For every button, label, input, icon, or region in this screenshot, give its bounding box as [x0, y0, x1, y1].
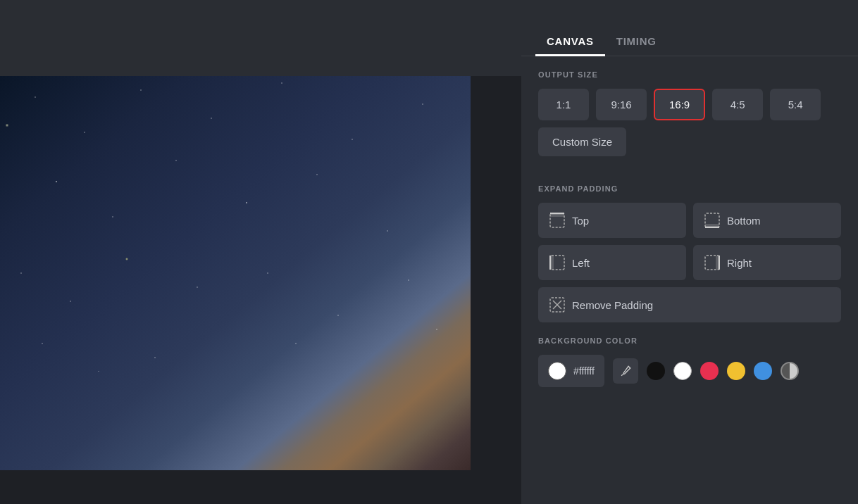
size-btn-16-9[interactable]: 16:9: [654, 89, 705, 120]
red-color-circle[interactable]: [700, 362, 719, 380]
hex-value-label: #ffffff: [573, 365, 595, 377]
panel-content: OUTPUT SIZE 1:1 9:16 16:9 4:5 5:4 Custom…: [521, 56, 858, 504]
padding-bottom-button[interactable]: Bottom: [693, 203, 841, 238]
padding-left-label: Left: [572, 257, 590, 269]
right-padding-icon: [704, 255, 720, 270]
black-color-circle[interactable]: [647, 362, 665, 380]
size-btn-9-16[interactable]: 9:16: [596, 89, 647, 120]
white2-color-circle[interactable]: [673, 362, 692, 380]
eyedropper-icon: [619, 365, 632, 377]
size-btn-5-4[interactable]: 5:4: [770, 89, 821, 120]
expand-padding-label: EXPAND PADDING: [538, 184, 841, 193]
preview-header: [0, 0, 521, 76]
left-padding-icon: [549, 255, 565, 270]
bottom-padding-icon: [704, 213, 720, 228]
white-color-circle: [548, 362, 566, 380]
padding-top-label: Top: [572, 215, 589, 227]
remove-padding-icon: [549, 297, 565, 313]
tab-timing[interactable]: TIMING: [605, 28, 668, 56]
top-padding-icon: [549, 213, 565, 228]
eyedropper-button[interactable]: [613, 358, 638, 384]
custom-size-button[interactable]: Custom Size: [538, 127, 626, 156]
color-white-button[interactable]: #ffffff: [538, 355, 604, 387]
padding-right-button[interactable]: Right: [693, 245, 841, 280]
blue-color-circle[interactable]: [754, 362, 772, 380]
padding-top-button[interactable]: Top: [538, 203, 686, 238]
padding-button-grid: Top Bottom Left: [538, 203, 841, 322]
size-btn-1-1[interactable]: 1:1: [538, 89, 589, 120]
preview-area: [0, 0, 521, 504]
padding-bottom-label: Bottom: [727, 215, 761, 227]
tabs-container: CANVAS TIMING: [521, 0, 858, 56]
background-color-section: BACKGROUND COLOR #ffffff: [538, 336, 841, 387]
right-panel: CANVAS TIMING OUTPUT SIZE 1:1 9:16 16:9 …: [521, 0, 858, 504]
output-size-section: OUTPUT SIZE 1:1 9:16 16:9 4:5 5:4 Custom…: [538, 70, 841, 170]
output-size-label: OUTPUT SIZE: [538, 70, 841, 79]
background-color-label: BACKGROUND COLOR: [538, 336, 841, 345]
transparent-color-circle[interactable]: [781, 362, 799, 380]
remove-padding-button[interactable]: Remove Padding: [538, 287, 841, 322]
remove-padding-label: Remove Padding: [572, 299, 653, 311]
padding-left-button[interactable]: Left: [538, 245, 686, 280]
yellow-color-circle[interactable]: [727, 362, 745, 380]
size-btn-4-5[interactable]: 4:5: [712, 89, 763, 120]
preview-image: [0, 76, 471, 470]
padding-right-label: Right: [727, 257, 752, 269]
size-button-grid: 1:1 9:16 16:9 4:5 5:4: [538, 89, 841, 120]
expand-padding-section: EXPAND PADDING Top Bot: [538, 184, 841, 322]
tab-canvas[interactable]: CANVAS: [535, 28, 605, 56]
color-row: #ffffff: [538, 355, 841, 387]
